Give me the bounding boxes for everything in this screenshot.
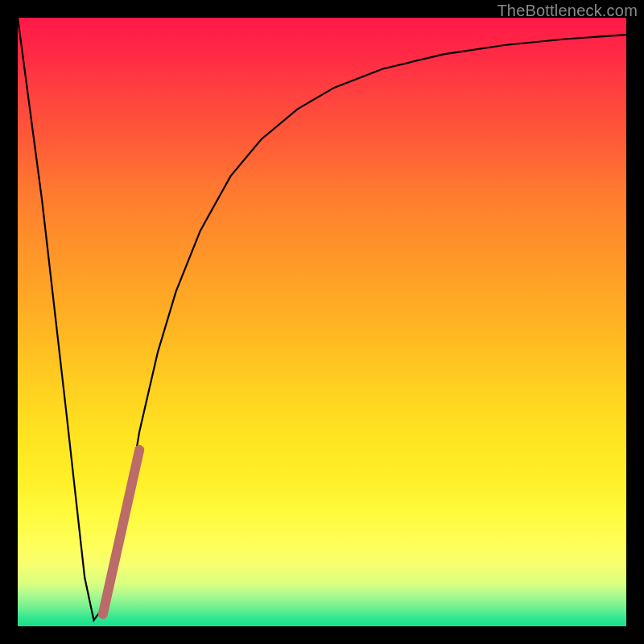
marker-segment bbox=[103, 450, 139, 614]
chart-svg bbox=[18, 18, 626, 626]
bottleneck-curve bbox=[18, 18, 626, 620]
plot-area bbox=[18, 18, 626, 626]
chart-frame: TheBottleneck.com bbox=[0, 0, 644, 644]
watermark-text: TheBottleneck.com bbox=[497, 2, 638, 20]
